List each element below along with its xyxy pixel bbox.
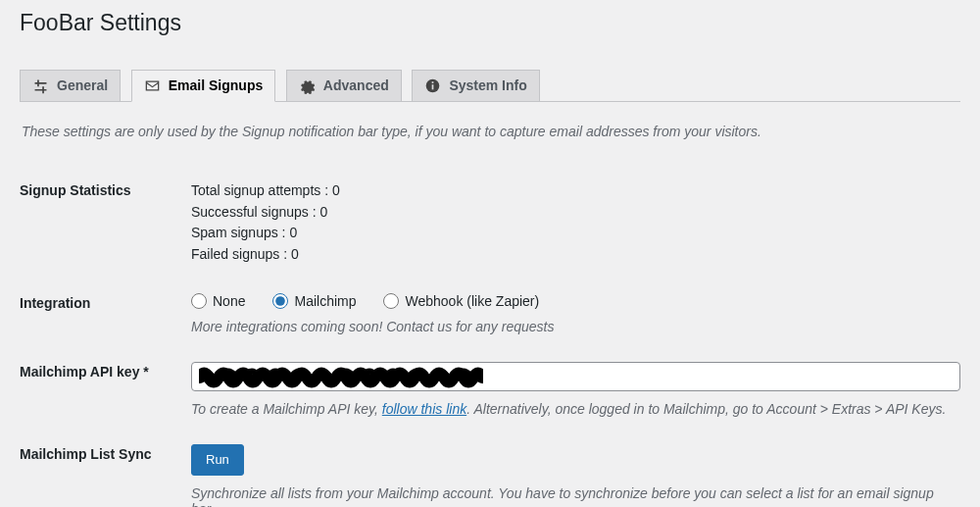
- row-integration: Integration None Mailchimp Webhook (like…: [20, 276, 960, 344]
- page-title: FooBar Settings: [20, 0, 960, 42]
- stat-spam: Spam signups : 0: [191, 223, 960, 244]
- tab-label: System Info: [449, 77, 526, 93]
- sliders-icon: [32, 77, 49, 94]
- svg-rect-1: [432, 84, 434, 89]
- label-list-sync: Mailchimp List Sync: [20, 444, 191, 462]
- stat-failed: Failed signups : 0: [191, 244, 960, 266]
- label-signup-statistics: Signup Statistics: [20, 180, 191, 198]
- envelope-icon: [144, 77, 161, 94]
- sync-run-button[interactable]: Run: [191, 444, 244, 476]
- integration-note: More integrations coming soon! Contact u…: [191, 319, 960, 334]
- stat-success: Successful signups : 0: [191, 202, 960, 224]
- tab-general[interactable]: General: [20, 70, 121, 101]
- radio-item-none[interactable]: None: [191, 293, 245, 309]
- api-key-desc-prefix: To create a Mailchimp API key,: [191, 401, 382, 417]
- sync-description: Synchronize all lists from your Mailchim…: [191, 485, 960, 507]
- tab-system-info[interactable]: System Info: [412, 70, 539, 101]
- radio-none[interactable]: [191, 293, 207, 309]
- radio-label-mailchimp: Mailchimp: [294, 293, 356, 309]
- api-key-description: To create a Mailchimp API key, follow th…: [191, 401, 960, 417]
- api-key-input[interactable]: [191, 362, 960, 391]
- info-icon: [424, 77, 441, 94]
- intro-text: These settings are only used by the Sign…: [20, 124, 960, 139]
- tab-label: Advanced: [323, 77, 389, 93]
- radio-item-mailchimp[interactable]: Mailchimp: [272, 293, 356, 309]
- radio-mailchimp[interactable]: [272, 293, 288, 309]
- label-integration: Integration: [20, 293, 191, 311]
- label-api-key: Mailchimp API key *: [20, 362, 191, 380]
- radio-webhook[interactable]: [383, 293, 399, 309]
- radio-label-webhook: Webhook (like Zapier): [405, 293, 539, 309]
- gear-icon: [299, 77, 316, 94]
- row-list-sync: Mailchimp List Sync Run Synchronize all …: [20, 427, 960, 507]
- tab-label: Email Signups: [169, 77, 263, 93]
- tab-email-signups[interactable]: Email Signups: [131, 70, 275, 102]
- row-signup-statistics: Signup Statistics Total signup attempts …: [20, 163, 960, 276]
- radio-item-webhook[interactable]: Webhook (like Zapier): [383, 293, 539, 309]
- stat-total: Total signup attempts : 0: [191, 180, 960, 202]
- tab-label: General: [57, 77, 108, 93]
- radio-label-none: None: [213, 293, 245, 309]
- tab-advanced[interactable]: Advanced: [286, 70, 402, 101]
- row-api-key: Mailchimp API key * To create a Mailchim…: [20, 344, 960, 427]
- tab-nav: General Email Signups Advanced System In…: [20, 60, 960, 102]
- api-key-desc-suffix: . Alternatively, once logged in to Mailc…: [466, 401, 946, 417]
- svg-rect-2: [432, 81, 434, 83]
- api-key-link[interactable]: follow this link: [382, 401, 466, 417]
